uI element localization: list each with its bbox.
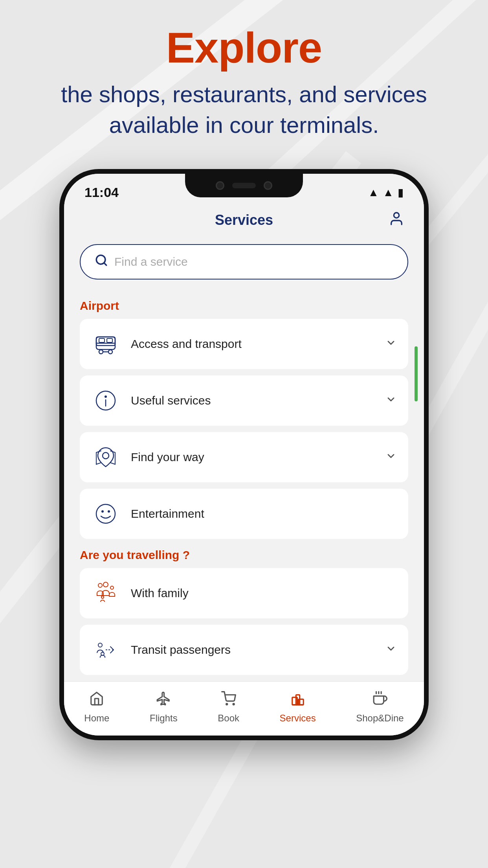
- list-item-find-your-way[interactable]: Find your way: [80, 432, 408, 482]
- wifi-icon: ▲: [368, 186, 379, 199]
- svg-point-29: [98, 643, 102, 647]
- hero-title: Explore: [31, 24, 457, 71]
- nav-flights-label: Flights: [150, 713, 178, 724]
- nav-shopdine-label: Shop&Dine: [356, 713, 404, 724]
- nav-services-label: Services: [280, 713, 316, 724]
- list-item-access-transport[interactable]: Access and transport: [80, 319, 408, 369]
- list-item-useful-services[interactable]: Useful services: [80, 375, 408, 426]
- notch-camera-2: [264, 181, 272, 190]
- chevron-useful-services: [385, 394, 396, 408]
- transit-icon: [92, 636, 120, 664]
- nav-services[interactable]: Services: [280, 691, 316, 724]
- shopdine-icon: [372, 691, 387, 710]
- list-item-left: Access and transport: [92, 330, 242, 358]
- section-travelling-label: Are you travelling ?: [80, 548, 408, 562]
- svg-point-32: [226, 704, 227, 705]
- nav-flights[interactable]: Flights: [150, 691, 178, 724]
- scrollbar[interactable]: [415, 346, 418, 401]
- svg-point-11: [99, 350, 103, 354]
- search-placeholder: Find a service: [114, 255, 188, 268]
- svg-point-12: [108, 350, 112, 354]
- search-bar[interactable]: Find a service: [80, 244, 408, 280]
- list-item-entertainment[interactable]: Entertainment: [80, 489, 408, 539]
- svg-rect-17: [107, 338, 112, 342]
- list-item-left-5: With family: [92, 579, 189, 607]
- nav-book[interactable]: Book: [218, 691, 239, 724]
- svg-point-5: [394, 213, 399, 218]
- list-item-left-6: Transit passengers: [92, 636, 231, 664]
- chevron-find-your-way: [385, 451, 396, 464]
- chevron-access-transport: [385, 337, 396, 351]
- flights-icon: [156, 691, 171, 710]
- map-icon: [92, 443, 120, 471]
- transit-passengers-label: Transit passengers: [131, 643, 231, 657]
- svg-line-7: [104, 263, 106, 265]
- entertainment-label: Entertainment: [131, 507, 204, 520]
- scroll-area: Airport: [64, 299, 424, 675]
- status-icons: ▲ ▲ ▮: [368, 186, 404, 199]
- nav-shopdine[interactable]: Shop&Dine: [356, 691, 404, 724]
- svg-point-21: [103, 452, 109, 459]
- smile-icon: [92, 500, 120, 528]
- svg-rect-16: [99, 338, 105, 342]
- svg-point-25: [98, 583, 102, 587]
- useful-services-label: Useful services: [131, 394, 211, 407]
- svg-point-22: [96, 504, 115, 523]
- phone-frame: 11:04 ▲ ▲ ▮ Services: [59, 169, 429, 740]
- svg-point-19: [105, 395, 107, 398]
- svg-point-28: [101, 596, 104, 598]
- hero-section: Explore the shops, restaurants, and serv…: [0, 24, 488, 141]
- status-bar: 11:04 ▲ ▲ ▮: [64, 174, 424, 204]
- svg-point-23: [101, 510, 104, 513]
- battery-icon: ▮: [398, 186, 404, 199]
- list-item-with-family[interactable]: With family: [80, 568, 408, 618]
- notch: [185, 174, 303, 197]
- nav-home[interactable]: Home: [84, 691, 109, 724]
- nav-home-label: Home: [84, 713, 109, 724]
- search-icon: [95, 254, 108, 270]
- book-icon: [221, 691, 236, 710]
- hero-subtitle: the shops, restaurants, and services ava…: [31, 79, 457, 141]
- access-transport-label: Access and transport: [131, 337, 242, 351]
- list-item-left-2: Useful services: [92, 386, 211, 415]
- list-item-left-4: Entertainment: [92, 500, 204, 528]
- signal-icon: ▲: [383, 186, 394, 199]
- bus-icon: [92, 330, 120, 358]
- status-time: 11:04: [84, 185, 119, 200]
- list-item-left-3: Find your way: [92, 443, 204, 471]
- svg-point-27: [110, 586, 114, 589]
- with-family-label: With family: [131, 587, 189, 600]
- profile-icon[interactable]: [389, 211, 404, 230]
- home-icon: [89, 691, 104, 710]
- svg-point-26: [103, 582, 108, 587]
- search-area: Find a service: [64, 236, 424, 291]
- notch-sensor: [232, 183, 256, 188]
- phone-mockup: 11:04 ▲ ▲ ▮ Services: [59, 169, 429, 740]
- section-airport-label: Airport: [80, 299, 408, 313]
- list-item-transit-passengers[interactable]: Transit passengers: [80, 625, 408, 675]
- find-your-way-label: Find your way: [131, 451, 204, 464]
- svg-point-30: [101, 652, 104, 655]
- info-icon: [92, 386, 120, 415]
- bottom-nav: Home Flights: [64, 681, 424, 736]
- svg-point-24: [108, 510, 110, 513]
- chevron-transit: [385, 643, 396, 657]
- family-icon: [92, 579, 120, 607]
- nav-book-label: Book: [218, 713, 239, 724]
- services-icon: [290, 691, 305, 710]
- app-header-title: Services: [215, 212, 273, 228]
- app-header: Services: [64, 204, 424, 236]
- phone-screen: 11:04 ▲ ▲ ▮ Services: [64, 174, 424, 736]
- notch-camera: [216, 181, 224, 190]
- svg-point-33: [233, 704, 234, 705]
